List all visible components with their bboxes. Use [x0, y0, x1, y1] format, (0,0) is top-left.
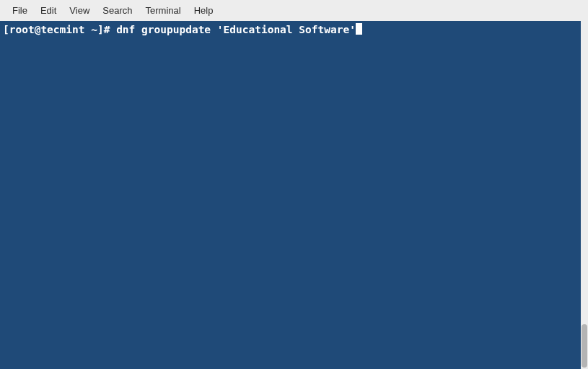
menu-terminal[interactable]: Terminal: [139, 2, 188, 19]
terminal-output[interactable]: [root@tecmint ~]# dnf groupupdate 'Educa…: [0, 21, 581, 369]
menu-file[interactable]: File: [6, 2, 34, 19]
menu-edit[interactable]: Edit: [34, 2, 63, 19]
menu-view[interactable]: View: [63, 2, 96, 19]
menubar: File Edit View Search Terminal Help: [0, 0, 588, 21]
cursor-block: [356, 23, 362, 35]
vertical-scrollbar[interactable]: [581, 21, 588, 369]
command-text: dnf groupupdate 'Educational Software': [116, 24, 356, 35]
menu-search[interactable]: Search: [96, 2, 139, 19]
shell-prompt: [root@tecmint ~]#: [3, 24, 116, 35]
menu-help[interactable]: Help: [188, 2, 220, 19]
scrollbar-thumb[interactable]: [582, 324, 587, 368]
